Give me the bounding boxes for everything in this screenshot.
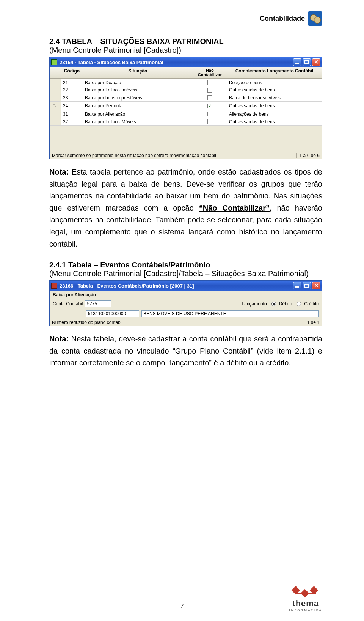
empty-area [50, 125, 322, 152]
cell-situacao[interactable]: Baixa por bens imprestáveis [83, 94, 193, 101]
input-descricao-conta[interactable]: BENS MOVEIS DE USO PERMANENTE [141, 310, 319, 317]
cell-nao-contabilizar[interactable] [193, 94, 227, 101]
cell-codigo[interactable]: 21 [61, 79, 83, 86]
checkbox-icon[interactable] [207, 112, 212, 116]
cell-situacao[interactable]: Baixa por Leilão - Móveis [83, 118, 193, 125]
row-pointer [50, 79, 61, 86]
status-left-2: Número reduzido do plano contábil [52, 320, 304, 325]
cell-codigo[interactable]: 32 [61, 118, 83, 125]
logo-subtext: INFORMATICA [289, 608, 322, 612]
col-codigo[interactable]: Código [61, 67, 83, 78]
note-2-lead: Nota: [49, 335, 69, 343]
col-selector [50, 67, 61, 78]
col-complemento[interactable]: Complemento Lançamento Contábil [227, 67, 322, 78]
logo: thema INFORMATICA [289, 586, 322, 612]
titlebar-2[interactable]: 23166 - Tabela - Eventos Contábeis/Patri… [50, 281, 322, 291]
section-2-4-sub: (Menu Controle Patrimonial [Cadastro]) [49, 46, 322, 55]
minimize-button-2[interactable] [293, 282, 301, 289]
page-number: 7 [180, 602, 184, 610]
row-pointer: ☞ [50, 101, 61, 110]
note-2-body: Nesta tabela, deve-se cadastrar a conta … [49, 335, 322, 367]
cell-nao-contabilizar[interactable] [193, 118, 227, 125]
row-pointer [50, 94, 61, 101]
note-1-underline: “Não Contabilizar” [199, 204, 270, 212]
maximize-button-2[interactable] [303, 282, 311, 289]
status-left: Marcar somente se patrimônio nesta situa… [52, 153, 296, 158]
titlebar[interactable]: 23164 - Tabela - Situações Baixa Patrimo… [50, 57, 322, 67]
window-situacoes-baixa: 23164 - Tabela - Situações Baixa Patrimo… [49, 57, 322, 159]
section-2-4-1-sub: (Menu Controle Patrimonial [Cadastro]/Ta… [49, 269, 322, 278]
cell-complemento[interactable]: Outras saídas de bens [227, 86, 322, 94]
col-nao-contabilizar[interactable]: Não Contabilizar [193, 67, 227, 78]
cell-situacao[interactable]: Baixa por Permuta [83, 101, 193, 110]
cell-codigo[interactable]: 22 [61, 86, 83, 94]
cell-situacao[interactable]: Baixa por Doação [83, 79, 193, 86]
radio-credito[interactable] [297, 302, 301, 306]
label-conta-contabil: Conta Contábil [53, 301, 83, 307]
note-1: Nota: Esta tabela pertence ao patrimônio… [49, 166, 322, 250]
checkbox-icon[interactable]: ✓ [207, 104, 212, 108]
cell-complemento[interactable]: Doação de bens [227, 79, 322, 86]
cell-situacao[interactable]: Baixa por Leilão - Imóveis [83, 86, 193, 94]
cell-nao-contabilizar[interactable] [193, 110, 227, 118]
cell-complemento[interactable]: Alienações de bens [227, 110, 322, 118]
window-title-2: 23166 - Tabela - Eventos Contábeis/Patri… [60, 283, 292, 289]
cell-complemento[interactable]: Outras saídas de bens [227, 101, 322, 110]
table-row[interactable]: ☞24Baixa por Permuta✓Outras saídas de be… [50, 101, 322, 110]
table-row[interactable]: 31Baixa por AlienaçãoAlienações de bens [50, 110, 322, 118]
table-row[interactable]: 22Baixa por Leilão - ImóveisOutras saída… [50, 86, 322, 94]
cell-codigo[interactable]: 24 [61, 101, 83, 110]
cell-nao-contabilizar[interactable] [193, 79, 227, 86]
section-2-4-heading: 2.4 TABELA – SITUAÇÕES BAIXA PATRIMONIAL [49, 37, 322, 46]
table-row[interactable]: 32Baixa por Leilão - MóveisOutras saídas… [50, 118, 322, 125]
app-icon-2 [51, 283, 57, 289]
row-pointer [50, 86, 61, 94]
coins-icon [308, 11, 322, 26]
doc-header-title: Contabilidade [260, 15, 305, 23]
cell-situacao[interactable]: Baixa por Alienação [83, 110, 193, 118]
col-situacao[interactable]: Situação [83, 67, 193, 78]
checkbox-icon[interactable] [207, 80, 212, 85]
close-button-2[interactable] [312, 282, 320, 289]
cell-nao-contabilizar[interactable]: ✓ [193, 101, 227, 110]
checkbox-icon[interactable] [207, 95, 212, 100]
checkbox-icon[interactable] [207, 119, 212, 124]
input-codigo-conta[interactable]: 513110201000000 [86, 310, 139, 317]
label-lancamento: Lançamento [242, 301, 267, 307]
radio-debito[interactable] [271, 302, 276, 306]
input-conta-contabil[interactable]: 5775 [85, 300, 111, 307]
note-2: Nota: Nesta tabela, deve-se cadastrar a … [49, 333, 322, 369]
logo-text: thema [289, 599, 322, 608]
section-2-4-1-heading: 2.4.1 Tabela – Eventos Contábeis/Patrimô… [49, 261, 322, 269]
row-pointer [50, 110, 61, 118]
cell-complemento[interactable]: Baixa de bens inservíveis [227, 94, 322, 101]
close-button[interactable] [312, 58, 320, 66]
cell-codigo[interactable]: 23 [61, 94, 83, 101]
status-right-2: 1 de 1 [304, 320, 320, 325]
maximize-button[interactable] [303, 58, 311, 66]
checkbox-icon[interactable] [207, 88, 212, 93]
app-icon [51, 59, 57, 65]
sub-header: Baixa por Alienação [50, 291, 322, 299]
logo-icon [290, 586, 321, 599]
window-title: 23164 - Tabela - Situações Baixa Patrimo… [60, 60, 292, 65]
note-lead: Nota: [49, 168, 69, 176]
window-eventos-contabeis: 23166 - Tabela - Eventos Contábeis/Patri… [49, 280, 322, 326]
minimize-button[interactable] [293, 58, 301, 66]
row-pointer [50, 118, 61, 125]
table-row[interactable]: 23Baixa por bens imprestáveisBaixa de be… [50, 94, 322, 101]
radio-label-debito: Débito [279, 301, 292, 307]
cell-nao-contabilizar[interactable] [193, 86, 227, 94]
radio-label-credito: Crédito [304, 301, 319, 307]
table-row[interactable]: 21Baixa por DoaçãoDoação de bens [50, 79, 322, 86]
table-header: Código Situação Não Contabilizar Complem… [50, 67, 322, 79]
cell-complemento[interactable]: Outras saídas de bens [227, 118, 322, 125]
cell-codigo[interactable]: 31 [61, 110, 83, 118]
status-right: 1 a 6 de 6 [296, 153, 320, 158]
